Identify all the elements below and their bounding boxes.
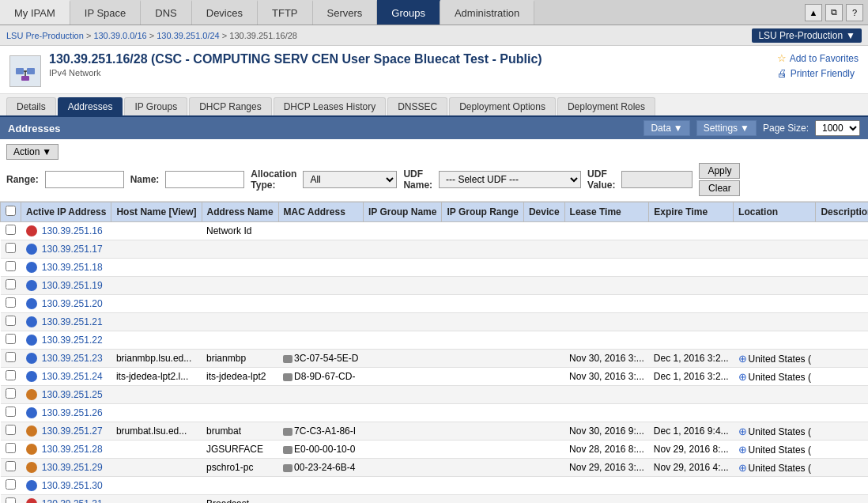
tab-dnssec[interactable]: DNSSEC [387, 97, 447, 115]
range-input[interactable] [45, 171, 124, 188]
cell-ip-group-name [363, 368, 441, 386]
tab-administration[interactable]: Administration [440, 0, 534, 25]
page-header-title: 130.39.251.16/28 (CSC - COMPUTING SERV C… [49, 52, 769, 78]
tab-servers[interactable]: Servers [313, 0, 378, 25]
cell-mac [278, 495, 363, 504]
breadcrumb-level1[interactable]: 130.39.0.0/16 [93, 31, 146, 40]
nav-icon-window[interactable]: ⧉ [825, 4, 843, 21]
cell-mac [278, 386, 363, 404]
udf-value-input[interactable] [621, 171, 693, 188]
tab-ip-space[interactable]: IP Space [70, 0, 142, 25]
tab-groups[interactable]: Groups [377, 0, 440, 25]
ip-address-link[interactable]: 130.39.251.24 [42, 371, 103, 382]
ip-address-link[interactable]: 130.39.251.23 [42, 353, 103, 364]
ip-address-link[interactable]: 130.39.251.29 [42, 462, 103, 473]
cell-location [734, 477, 816, 495]
ip-address-link[interactable]: 130.39.251.20 [42, 298, 103, 309]
cell-description [816, 368, 868, 386]
cell-address-name [202, 386, 278, 404]
tab-dhcp-ranges[interactable]: DHCP Ranges [189, 97, 271, 115]
row-checkbox[interactable] [6, 425, 16, 435]
row-checkbox[interactable] [6, 297, 16, 308]
row-checkbox[interactable] [6, 407, 16, 417]
tab-ip-groups[interactable]: IP Groups [124, 97, 187, 115]
row-checkbox[interactable] [6, 279, 16, 289]
tab-tftp[interactable]: TFTP [258, 0, 313, 25]
action-dropdown-button[interactable]: Action ▼ [6, 144, 58, 160]
ip-address-link[interactable]: 130.39.251.19 [42, 280, 103, 291]
ip-address-link[interactable]: 130.39.251.26 [42, 407, 103, 418]
tab-deployment-options[interactable]: Deployment Options [449, 97, 556, 115]
table-row: 130.39.251.30 [1, 477, 869, 495]
cell-device [523, 495, 564, 504]
allocation-type-select[interactable]: All Static DHCP Reserved DHCP Allocated [303, 171, 397, 188]
row-checkbox[interactable] [6, 370, 16, 380]
breadcrumb-level2[interactable]: 130.39.251.0/24 [157, 31, 220, 40]
cell-ip: 130.39.251.31 [21, 495, 111, 504]
name-input[interactable] [165, 171, 244, 188]
row-checkbox[interactable] [6, 461, 16, 471]
ip-address-link[interactable]: 130.39.251.27 [42, 425, 103, 437]
cell-ip-group-range [442, 331, 523, 350]
cell-mac [278, 240, 363, 259]
cell-lease-time [564, 295, 649, 313]
data-button[interactable]: Data ▼ [643, 120, 689, 136]
ip-address-link[interactable]: 130.39.251.25 [42, 389, 103, 400]
page-size-select[interactable]: 1000 [815, 120, 860, 136]
row-checkbox[interactable] [6, 225, 16, 235]
env-selector[interactable]: LSU Pre-Production ▼ [752, 28, 862, 43]
col-expire-time: Expire Time [649, 202, 734, 222]
add-to-favorites-link[interactable]: ☆ Add to Favorites [777, 52, 859, 64]
ip-address-link[interactable]: 130.39.251.17 [42, 244, 103, 255]
row-checkbox[interactable] [6, 479, 16, 490]
ip-address-link[interactable]: 130.39.251.21 [42, 316, 103, 327]
tab-deployment-roles[interactable]: Deployment Roles [557, 97, 655, 115]
row-checkbox[interactable] [6, 261, 16, 271]
cell-description [816, 422, 868, 441]
ip-address-link[interactable]: 130.39.251.22 [42, 335, 103, 346]
cell-ip-group-range [442, 422, 523, 441]
clear-button[interactable]: Clear [699, 180, 740, 196]
breadcrumb-current: 130.39.251.16/28 [229, 31, 297, 40]
cell-location: ⊕United States ( [734, 459, 816, 477]
cell-lease-time: Nov 28, 2016 8:... [564, 441, 649, 459]
ip-address-link[interactable]: 130.39.251.31 [42, 498, 103, 503]
tab-my-ipam[interactable]: My IPAM [0, 0, 70, 25]
row-checkbox[interactable] [6, 316, 16, 326]
ip-address-link[interactable]: 130.39.251.30 [42, 480, 103, 491]
row-checkbox[interactable] [6, 388, 16, 399]
table-row: 130.39.251.20 [1, 295, 869, 313]
table-row: 130.39.251.22 [1, 331, 869, 350]
settings-button[interactable]: Settings ▼ [696, 120, 757, 136]
nav-icon-up[interactable]: ▲ [805, 4, 822, 21]
ip-address-link[interactable]: 130.39.251.16 [42, 225, 103, 236]
udf-name-select[interactable]: --- Select UDF --- [439, 171, 581, 188]
row-checkbox[interactable] [6, 352, 16, 362]
nav-icon-help[interactable]: ? [846, 4, 863, 21]
row-checkbox[interactable] [6, 497, 16, 503]
cell-lease-time: Nov 29, 2016 3:... [564, 459, 649, 477]
apply-button[interactable]: Apply [699, 163, 740, 179]
ip-address-link[interactable]: 130.39.251.18 [42, 262, 103, 273]
cell-mac [278, 477, 363, 495]
cell-ip: 130.39.251.20 [21, 295, 111, 313]
cell-ip: 130.39.251.25 [21, 386, 111, 404]
select-all-checkbox[interactable] [6, 206, 16, 216]
sub-tabs: Details Addresses IP Groups DHCP Ranges … [0, 94, 868, 117]
printer-friendly-link[interactable]: 🖨 Printer Friendly [777, 67, 855, 79]
breadcrumb-bar: LSU Pre-Production > 130.39.0.0/16 > 130… [0, 25, 868, 46]
cell-expire-time [649, 222, 734, 240]
breadcrumb-env[interactable]: LSU Pre-Production [6, 31, 84, 40]
table-row: 130.39.251.29 pschro1-pc 00-23-24-6B-4 N… [1, 459, 869, 477]
row-checkbox[interactable] [6, 243, 16, 253]
tab-dns[interactable]: DNS [141, 0, 191, 25]
tab-dhcp-leases-history[interactable]: DHCP Leases History [274, 97, 386, 115]
cell-hostname: brumbat.lsu.ed... [111, 422, 202, 441]
cell-address-name [202, 404, 278, 422]
tab-addresses[interactable]: Addresses [58, 97, 123, 115]
tab-details[interactable]: Details [6, 97, 56, 115]
row-checkbox[interactable] [6, 334, 16, 344]
row-checkbox[interactable] [6, 443, 16, 453]
ip-address-link[interactable]: 130.39.251.28 [42, 444, 103, 455]
tab-devices[interactable]: Devices [192, 0, 258, 25]
